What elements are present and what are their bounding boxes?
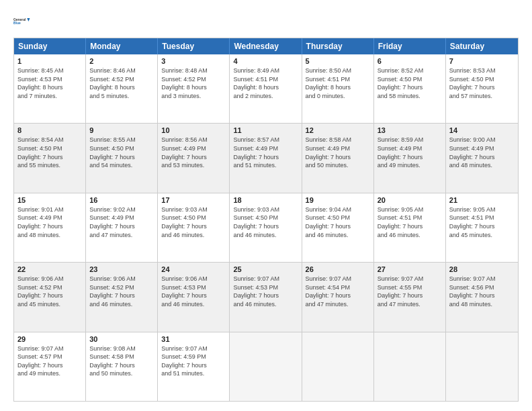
calendar-header-day: Friday: [374, 38, 446, 54]
day-number: 13: [378, 126, 442, 134]
calendar-cell: 26Sunrise: 9:07 AM Sunset: 4:54 PM Dayli…: [302, 263, 374, 331]
calendar-row: 22Sunrise: 9:06 AM Sunset: 4:52 PM Dayli…: [14, 262, 518, 331]
day-info: Sunrise: 9:06 AM Sunset: 4:52 PM Dayligh…: [89, 275, 154, 308]
day-info: Sunrise: 8:45 AM Sunset: 4:53 PM Dayligh…: [17, 66, 82, 100]
day-number: 9: [89, 126, 154, 134]
calendar-cell: 8Sunrise: 8:54 AM Sunset: 4:50 PM Daylig…: [14, 124, 86, 192]
day-number: 6: [378, 57, 442, 65]
calendar-header-day: Sunday: [14, 38, 86, 54]
day-number: 14: [449, 126, 515, 134]
day-info: Sunrise: 9:07 AM Sunset: 4:56 PM Dayligh…: [449, 275, 515, 308]
svg-text:General: General: [13, 18, 26, 21]
day-info: Sunrise: 9:00 AM Sunset: 4:49 PM Dayligh…: [449, 136, 515, 169]
day-number: 4: [233, 57, 298, 65]
calendar-cell: 6Sunrise: 8:52 AM Sunset: 4:50 PM Daylig…: [374, 54, 446, 123]
calendar-cell: 24Sunrise: 9:06 AM Sunset: 4:53 PM Dayli…: [158, 263, 230, 331]
day-info: Sunrise: 9:01 AM Sunset: 4:49 PM Dayligh…: [17, 205, 82, 239]
day-number: 1: [17, 57, 82, 65]
day-number: 29: [17, 335, 82, 343]
day-number: 25: [233, 265, 298, 273]
calendar-cell: 12Sunrise: 8:58 AM Sunset: 4:49 PM Dayli…: [302, 124, 374, 192]
calendar-cell: 21Sunrise: 9:05 AM Sunset: 4:51 PM Dayli…: [446, 193, 518, 262]
day-info: Sunrise: 9:06 AM Sunset: 4:53 PM Dayligh…: [161, 275, 226, 308]
calendar-row: 1Sunrise: 8:45 AM Sunset: 4:53 PM Daylig…: [14, 54, 518, 123]
day-number: 21: [449, 196, 515, 204]
svg-text:Blue: Blue: [13, 21, 21, 25]
calendar-cell: 17Sunrise: 9:03 AM Sunset: 4:50 PM Dayli…: [158, 193, 230, 262]
calendar-body: 1Sunrise: 8:45 AM Sunset: 4:53 PM Daylig…: [14, 54, 518, 401]
calendar-cell: 31Sunrise: 9:07 AM Sunset: 4:59 PM Dayli…: [158, 332, 230, 401]
day-info: Sunrise: 8:49 AM Sunset: 4:51 PM Dayligh…: [233, 66, 298, 100]
day-info: Sunrise: 8:57 AM Sunset: 4:49 PM Dayligh…: [233, 136, 298, 169]
day-info: Sunrise: 8:58 AM Sunset: 4:49 PM Dayligh…: [306, 136, 370, 169]
day-info: Sunrise: 8:54 AM Sunset: 4:50 PM Dayligh…: [17, 136, 82, 169]
day-info: Sunrise: 9:05 AM Sunset: 4:51 PM Dayligh…: [378, 205, 442, 239]
calendar-header-day: Thursday: [302, 38, 374, 54]
calendar-cell: [374, 332, 446, 401]
calendar-cell: 7Sunrise: 8:53 AM Sunset: 4:50 PM Daylig…: [446, 54, 518, 123]
day-info: Sunrise: 9:07 AM Sunset: 4:54 PM Dayligh…: [306, 275, 370, 308]
day-info: Sunrise: 9:06 AM Sunset: 4:52 PM Dayligh…: [17, 275, 82, 308]
day-number: 3: [161, 57, 226, 65]
calendar-cell: 10Sunrise: 8:56 AM Sunset: 4:49 PM Dayli…: [158, 124, 230, 192]
calendar-cell: 1Sunrise: 8:45 AM Sunset: 4:53 PM Daylig…: [14, 54, 86, 123]
day-info: Sunrise: 9:04 AM Sunset: 4:50 PM Dayligh…: [306, 205, 370, 239]
day-number: 23: [89, 265, 154, 273]
calendar-cell: 14Sunrise: 9:00 AM Sunset: 4:49 PM Dayli…: [446, 124, 518, 192]
day-number: 18: [233, 196, 298, 204]
calendar-cell: [230, 332, 302, 401]
day-number: 30: [89, 335, 154, 343]
day-info: Sunrise: 8:46 AM Sunset: 4:52 PM Dayligh…: [89, 66, 154, 100]
calendar-row: 15Sunrise: 9:01 AM Sunset: 4:49 PM Dayli…: [14, 193, 518, 262]
day-number: 10: [161, 126, 226, 134]
calendar-cell: 28Sunrise: 9:07 AM Sunset: 4:56 PM Dayli…: [446, 263, 518, 331]
calendar-cell: 3Sunrise: 8:48 AM Sunset: 4:52 PM Daylig…: [158, 54, 230, 123]
calendar-cell: 22Sunrise: 9:06 AM Sunset: 4:52 PM Dayli…: [14, 263, 86, 331]
day-number: 24: [161, 265, 226, 273]
calendar-row: 8Sunrise: 8:54 AM Sunset: 4:50 PM Daylig…: [14, 123, 518, 192]
svg-marker-2: [27, 18, 30, 21]
calendar-header-day: Monday: [86, 38, 158, 54]
day-info: Sunrise: 8:59 AM Sunset: 4:49 PM Dayligh…: [378, 136, 442, 169]
calendar-cell: 25Sunrise: 9:07 AM Sunset: 4:53 PM Dayli…: [230, 263, 302, 331]
day-info: Sunrise: 9:03 AM Sunset: 4:50 PM Dayligh…: [161, 205, 226, 239]
page: GeneralBlue SundayMondayTuesdayWednesday…: [0, 0, 532, 411]
day-number: 2: [89, 57, 154, 65]
day-number: 8: [17, 126, 82, 134]
day-number: 20: [378, 196, 442, 204]
day-info: Sunrise: 9:07 AM Sunset: 4:59 PM Dayligh…: [161, 345, 226, 378]
day-info: Sunrise: 9:07 AM Sunset: 4:55 PM Dayligh…: [378, 275, 442, 308]
logo: GeneralBlue: [13, 12, 32, 31]
day-info: Sunrise: 8:53 AM Sunset: 4:50 PM Dayligh…: [449, 66, 515, 100]
calendar-cell: 29Sunrise: 9:07 AM Sunset: 4:57 PM Dayli…: [14, 332, 86, 401]
day-number: 19: [306, 196, 370, 204]
day-number: 12: [306, 126, 370, 134]
day-info: Sunrise: 9:05 AM Sunset: 4:51 PM Dayligh…: [449, 205, 515, 239]
calendar-cell: 4Sunrise: 8:49 AM Sunset: 4:51 PM Daylig…: [230, 54, 302, 123]
day-number: 22: [17, 265, 82, 273]
day-info: Sunrise: 8:50 AM Sunset: 4:51 PM Dayligh…: [306, 66, 370, 100]
calendar-cell: 5Sunrise: 8:50 AM Sunset: 4:51 PM Daylig…: [302, 54, 374, 123]
calendar-header-day: Saturday: [446, 38, 518, 54]
day-number: 5: [306, 57, 370, 65]
day-number: 26: [306, 265, 370, 273]
day-number: 11: [233, 126, 298, 134]
calendar-cell: 18Sunrise: 9:03 AM Sunset: 4:50 PM Dayli…: [230, 193, 302, 262]
day-number: 15: [17, 196, 82, 204]
day-info: Sunrise: 8:52 AM Sunset: 4:50 PM Dayligh…: [378, 66, 442, 100]
day-info: Sunrise: 9:03 AM Sunset: 4:50 PM Dayligh…: [233, 205, 298, 239]
calendar-cell: 19Sunrise: 9:04 AM Sunset: 4:50 PM Dayli…: [302, 193, 374, 262]
calendar-cell: [446, 332, 518, 401]
header: GeneralBlue: [13, 12, 519, 31]
day-info: Sunrise: 8:56 AM Sunset: 4:49 PM Dayligh…: [161, 136, 226, 169]
day-info: Sunrise: 8:48 AM Sunset: 4:52 PM Dayligh…: [161, 66, 226, 100]
calendar-cell: 13Sunrise: 8:59 AM Sunset: 4:49 PM Dayli…: [374, 124, 446, 192]
calendar-header: SundayMondayTuesdayWednesdayThursdayFrid…: [14, 38, 518, 54]
calendar-cell: [302, 332, 374, 401]
calendar-cell: 30Sunrise: 9:08 AM Sunset: 4:58 PM Dayli…: [86, 332, 158, 401]
calendar-cell: 27Sunrise: 9:07 AM Sunset: 4:55 PM Dayli…: [374, 263, 446, 331]
calendar-row: 29Sunrise: 9:07 AM Sunset: 4:57 PM Dayli…: [14, 332, 518, 401]
day-number: 27: [378, 265, 442, 273]
calendar-cell: 16Sunrise: 9:02 AM Sunset: 4:49 PM Dayli…: [86, 193, 158, 262]
day-number: 16: [89, 196, 154, 204]
